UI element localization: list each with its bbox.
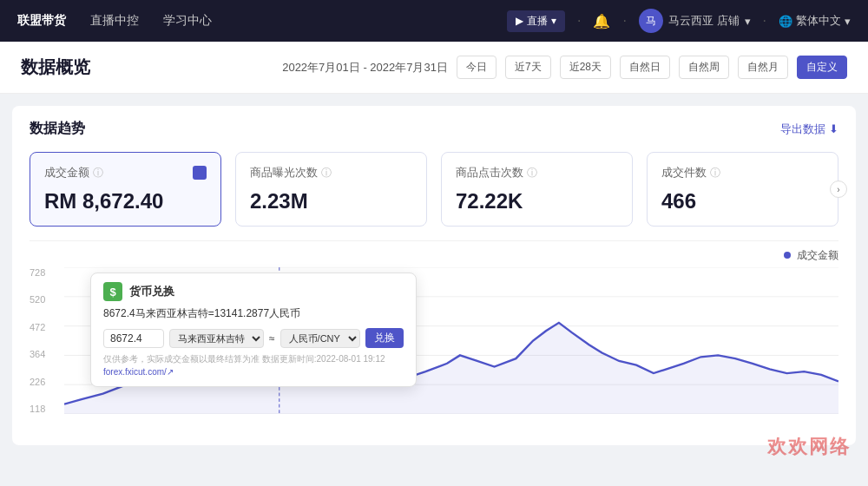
page-header: 数据概览 2022年7月01日 - 2022年7月31日 今日 近7天 近28天… [0, 42, 868, 94]
next-arrow-button[interactable]: › [830, 181, 847, 198]
nav-item-lianmeng[interactable]: 联盟带货 [17, 13, 66, 29]
top-nav: 联盟带货 直播中控 学习中心 ▶ 直播 ▾ · 🔔 · 马 马云西亚 店铺 ▾ … [0, 0, 868, 42]
date-btn-today[interactable]: 今日 [457, 56, 496, 79]
bell-icon[interactable]: 🔔 [593, 13, 610, 30]
info-icon-exposure[interactable]: ⓘ [321, 166, 332, 181]
data-trend-section: 数据趋势 导出数据 ⬇ 成交金额 ⓘ RM 8,672.40 商品曝光次数 ⓘ [12, 106, 856, 445]
metric-card-clicks[interactable]: 商品点击次数 ⓘ 72.22K [441, 152, 633, 227]
chevron-down-icon3: ▾ [845, 15, 851, 28]
chart-y-labels: 728 520 472 364 226 118 [30, 267, 61, 414]
popup-convert-button[interactable]: 兑换 [365, 328, 404, 348]
download-icon: ⬇ [829, 122, 838, 135]
metric-value-revenue: RM 8,672.40 [44, 189, 207, 213]
separator3: · [763, 13, 766, 29]
info-icon-clicks[interactable]: ⓘ [527, 166, 537, 181]
live-icon: ▶ [516, 15, 523, 27]
y-label-6: 118 [30, 404, 61, 414]
metric-cards: 成交金额 ⓘ RM 8,672.40 商品曝光次数 ⓘ 2.23M 商品点击次数… [30, 152, 838, 227]
y-label-5: 226 [30, 377, 61, 387]
avatar: 马 [639, 9, 663, 33]
watermark: 欢欢网络 [767, 434, 851, 460]
metric-value-orders: 466 [661, 189, 824, 213]
chevron-down-icon2: ▾ [745, 15, 751, 28]
info-icon-orders[interactable]: ⓘ [710, 166, 720, 181]
lang-button[interactable]: 🌐 繁体中文 ▾ [779, 13, 851, 29]
chevron-down-icon: ▾ [551, 15, 556, 27]
date-btn-7d[interactable]: 近7天 [505, 56, 551, 79]
lang-icon: 🌐 [779, 15, 792, 28]
metric-label-revenue: 成交金额 ⓘ [44, 165, 103, 181]
metric-value-exposure: 2.23M [250, 189, 412, 213]
conversion-popup: $ 货币兑换 8672.4马来西亚林吉特=13141.2877人民币 马来西亚林… [90, 273, 417, 387]
nav-left: 联盟带货 直播中控 学习中心 [17, 13, 212, 29]
section-header: 数据趋势 导出数据 ⬇ [30, 120, 838, 138]
chart-area: 成交金额 728 520 472 364 226 118 [30, 240, 838, 431]
export-label: 导出数据 [780, 122, 825, 137]
nav-right: ▶ 直播 ▾ · 🔔 · 马 马云西亚 店铺 ▾ · 🌐 繁体中文 ▾ [507, 9, 851, 33]
metric-label-orders: 成交件数 ⓘ [661, 165, 720, 181]
export-button[interactable]: 导出数据 ⬇ [780, 122, 838, 137]
date-btn-28d[interactable]: 近28天 [560, 56, 611, 79]
y-label-3: 472 [30, 322, 61, 332]
date-btn-natural-month[interactable]: 自然月 [738, 56, 788, 79]
popup-amount-text: 8672.4马来西亚林吉特=13141.2877人民币 [103, 306, 404, 321]
metric-card-header-clk: 商品点击次数 ⓘ [456, 165, 618, 181]
date-btn-custom[interactable]: 自定义 [797, 56, 847, 79]
info-icon-revenue[interactable]: ⓘ [93, 166, 103, 181]
date-btn-natural-week[interactable]: 自然周 [679, 56, 729, 79]
separator: · [577, 13, 581, 29]
popup-equals: ≈ [269, 332, 275, 345]
metric-checkbox-revenue[interactable] [193, 166, 207, 180]
metric-card-orders[interactable]: 成交件数 ⓘ 466 [647, 152, 838, 227]
user-area[interactable]: 马 马云西亚 店铺 ▾ [639, 9, 751, 33]
legend-item-revenue: 成交金额 [784, 248, 838, 263]
page-title: 数据概览 [21, 56, 90, 79]
metric-card-header: 成交金额 ⓘ [44, 165, 207, 181]
y-label-1: 728 [30, 267, 61, 278]
currency-icon: $ [103, 282, 122, 301]
popup-header: $ 货币兑换 [103, 282, 404, 301]
y-label-4: 364 [30, 349, 61, 359]
y-label-2: 520 [30, 294, 61, 305]
metric-label-exposure: 商品曝光次数 ⓘ [250, 165, 332, 181]
live-button[interactable]: ▶ 直播 ▾ [507, 10, 565, 32]
popup-from-currency[interactable]: 马来西亚林吉特 [169, 329, 264, 348]
nav-item-zhibo[interactable]: 直播中控 [90, 13, 139, 29]
user-name: 马云西亚 店铺 [668, 13, 740, 29]
popup-disclaimer: 仅供参考，实际成交金额以最终结算为准 数据更新时间:2022-08-01 19:… [103, 353, 404, 365]
metric-value-clicks: 72.22K [456, 189, 618, 213]
popup-input-row: 马来西亚林吉特 ≈ 人民币/CNY 兑换 [103, 328, 404, 348]
popup-link[interactable]: forex.fxicut.com/↗ [103, 365, 404, 378]
nav-item-xuexi[interactable]: 学习中心 [163, 13, 212, 29]
date-range-text: 2022年7月01日 - 2022年7月31日 [282, 60, 448, 76]
metric-card-header-ord: 成交件数 ⓘ [661, 165, 824, 181]
metric-card-exposure[interactable]: 商品曝光次数 ⓘ 2.23M [235, 152, 427, 227]
date-btn-natural-day[interactable]: 自然日 [620, 56, 670, 79]
popup-to-currency[interactable]: 人民币/CNY [280, 329, 360, 348]
popup-amount-input[interactable] [103, 329, 164, 348]
popup-title: 货币兑换 [129, 284, 174, 299]
legend-dot-revenue [784, 252, 791, 259]
metric-card-header-exp: 商品曝光次数 ⓘ [250, 165, 412, 181]
date-range-area: 2022年7月01日 - 2022年7月31日 今日 近7天 近28天 自然日 … [282, 56, 847, 79]
section-title: 数据趋势 [30, 120, 85, 138]
metric-card-revenue[interactable]: 成交金额 ⓘ RM 8,672.40 [30, 152, 221, 227]
chart-legend: 成交金额 [30, 248, 838, 263]
metric-label-clicks: 商品点击次数 ⓘ [456, 165, 537, 181]
separator2: · [622, 13, 626, 29]
